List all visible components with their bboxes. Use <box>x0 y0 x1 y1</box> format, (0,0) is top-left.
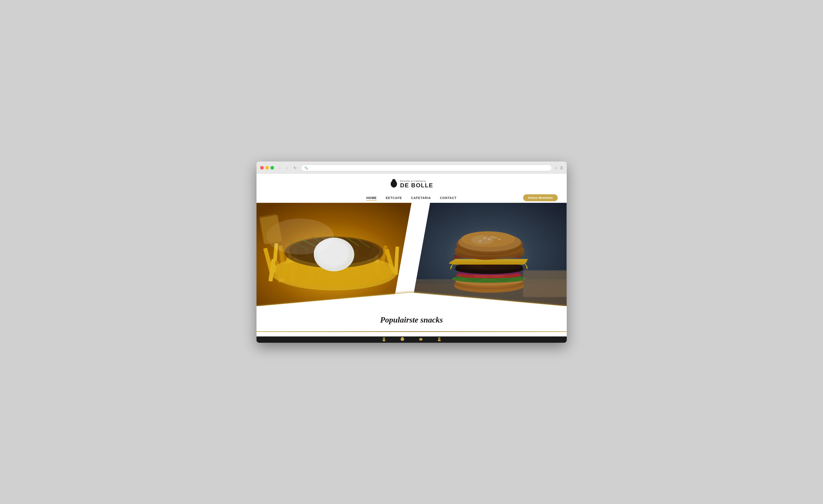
svg-rect-79 <box>383 337 384 340</box>
minimize-button[interactable] <box>265 166 269 170</box>
back-button[interactable]: ‹ <box>277 165 283 171</box>
svg-rect-80 <box>384 337 385 340</box>
svg-point-84 <box>401 337 404 339</box>
online-bestellen-button[interactable]: Online Bestellen <box>523 194 558 201</box>
nav-link-cafetaria[interactable]: CAFETARIA <box>411 195 431 201</box>
svg-rect-89 <box>440 337 440 340</box>
popular-title: Populairste snacks <box>380 315 443 324</box>
bookmark-icon[interactable]: ☆ <box>554 166 558 170</box>
site-nav: HOME EETCAFE CAFETARIA CONTACT Online Be… <box>257 193 567 203</box>
traffic-lights <box>260 166 274 170</box>
svg-rect-87 <box>420 340 422 340</box>
search-icon: 🔍 <box>304 166 308 170</box>
bottom-icon-2 <box>400 337 405 342</box>
browser-window: ‹ › ↻ 🔍 ☆ ☰ Eetcafe & Cafeta <box>257 162 567 343</box>
website-content: Eetcafe & Cafetaria DE BOLLE HOME EETCAF… <box>257 174 567 343</box>
svg-rect-81 <box>383 340 385 341</box>
nav-links: HOME EETCAFE CAFETARIA CONTACT <box>366 195 457 201</box>
browser-chrome: ‹ › ↻ 🔍 ☆ ☰ <box>257 162 567 174</box>
popular-section: Populairste snacks <box>257 306 567 336</box>
svg-rect-90 <box>438 340 441 341</box>
svg-marker-78 <box>257 293 567 306</box>
logo-text-area: Eetcafe & Cafetaria DE BOLLE <box>400 180 433 188</box>
menu-icon[interactable]: ☰ <box>560 166 563 170</box>
browser-toolbar-icons: ☆ ☰ <box>554 166 563 170</box>
bottom-bar <box>257 336 567 343</box>
svg-point-1 <box>392 179 396 183</box>
site-header: Eetcafe & Cafetaria DE BOLLE HOME EETCAF… <box>257 174 567 203</box>
address-bar[interactable]: 🔍 <box>301 165 552 171</box>
svg-rect-88 <box>438 337 439 340</box>
logo-icon <box>390 178 398 190</box>
chevron-divider <box>257 288 567 306</box>
svg-rect-85 <box>419 339 423 340</box>
forward-button[interactable]: › <box>284 165 291 171</box>
maximize-button[interactable] <box>271 166 274 170</box>
svg-rect-86 <box>420 338 422 339</box>
close-button[interactable] <box>260 166 264 170</box>
nav-link-home[interactable]: HOME <box>366 195 377 201</box>
nav-buttons: ‹ › ↻ <box>277 165 298 171</box>
logo-area: Eetcafe & Cafetaria DE BOLLE <box>390 178 433 190</box>
refresh-button[interactable]: ↻ <box>292 165 298 171</box>
gold-divider <box>257 331 567 332</box>
logo-title: DE BOLLE <box>400 182 433 188</box>
hero-section <box>257 203 567 306</box>
nav-link-eetcafe[interactable]: EETCAFE <box>386 195 402 201</box>
bottom-icon-3 <box>419 337 423 342</box>
nav-link-contact[interactable]: CONTACT <box>440 195 457 201</box>
bottom-icon-1 <box>381 337 386 342</box>
bottom-icon-4 <box>437 337 442 342</box>
